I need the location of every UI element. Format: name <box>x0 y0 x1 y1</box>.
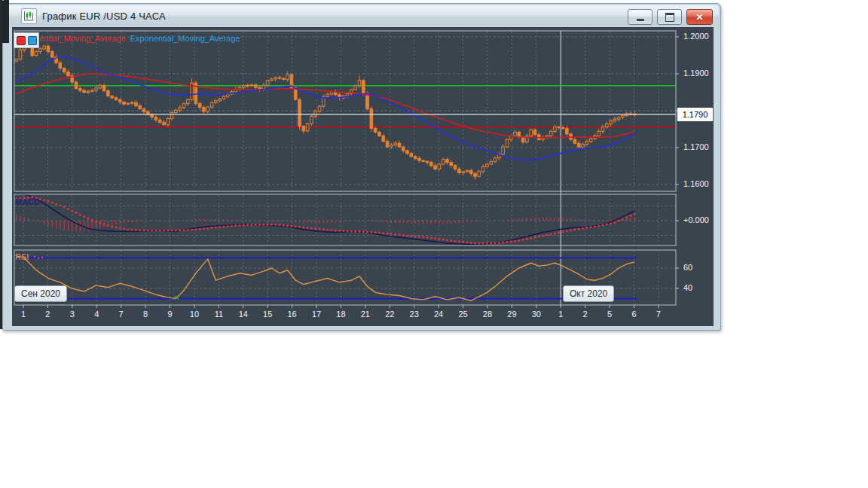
date-axis-label: 2 <box>583 310 588 319</box>
date-axis-label: 3 <box>70 310 75 319</box>
month-label-okt: Окт 2020 <box>563 285 614 302</box>
maximize-icon <box>665 13 674 22</box>
date-axis-label: 9 <box>167 310 172 319</box>
red-indicator-swatch[interactable] <box>17 36 26 45</box>
background-window-edge <box>0 0 2 329</box>
date-axis-label: 17 <box>312 310 321 319</box>
minimize-icon <box>637 19 644 21</box>
price-axis-label: 1.1600 <box>683 179 709 188</box>
date-axis-label: 11 <box>215 310 223 319</box>
close-icon: ✕ <box>695 13 703 22</box>
desktop: График EUR /USD 4 ЧАСА ✕ ential_Moving_A… <box>0 0 868 488</box>
maximize-button[interactable] <box>657 9 682 25</box>
window-controls: ✕ <box>628 9 713 25</box>
close-button[interactable]: ✕ <box>686 9 713 25</box>
indicator-buttons[interactable] <box>14 32 39 48</box>
macd-panel-label: MACD <box>15 197 40 206</box>
date-axis-label: 29 <box>507 310 516 319</box>
price-axis-label: 1.1700 <box>683 142 709 151</box>
window-titlebar[interactable]: График EUR /USD 4 ЧАСА ✕ <box>5 5 719 26</box>
rsi-axis-label: 60 <box>683 263 692 272</box>
date-axis-label: 16 <box>287 310 296 319</box>
date-axis-label: 2 <box>45 310 50 319</box>
date-axis-label: 10 <box>190 310 199 319</box>
date-axis-label: 7 <box>119 310 124 319</box>
macd-axis-label: +0.000 <box>683 215 709 224</box>
window-title: График EUR /USD 4 ЧАСА <box>42 11 166 22</box>
price-axis-label: 1.2000 <box>683 32 709 41</box>
indicator-legend: ential_Moving_Average Exponential_Moving… <box>39 34 240 43</box>
date-axis-label: 7 <box>656 310 661 319</box>
chart-window: График EUR /USD 4 ЧАСА ✕ ential_Moving_A… <box>2 3 721 331</box>
blue-indicator-swatch[interactable] <box>28 36 37 45</box>
minimize-button[interactable] <box>628 9 653 25</box>
date-axis-label: 8 <box>143 310 148 319</box>
date-axis-label: 18 <box>336 310 345 319</box>
date-axis-label: 15 <box>263 310 272 319</box>
date-axis-label: 1 <box>21 310 26 319</box>
chart-client-area[interactable]: ential_Moving_Average Exponential_Moving… <box>12 27 714 326</box>
rsi-panel-label: RSI <box>15 252 29 261</box>
date-axis-label: 25 <box>458 310 467 319</box>
date-axis-label: 22 <box>385 310 394 319</box>
ema-red-label: ential_Moving_Average <box>39 34 126 43</box>
date-axis-label: 4 <box>94 310 99 319</box>
date-axis-label: 23 <box>410 310 419 319</box>
date-axis-label: 28 <box>483 310 492 319</box>
rsi-axis-label: 40 <box>683 283 692 292</box>
date-axis-label: 14 <box>239 310 248 319</box>
chart-canvas[interactable] <box>12 27 714 326</box>
date-axis-label: 5 <box>607 310 612 319</box>
date-axis-label: 24 <box>434 310 443 319</box>
month-label-sep: Сен 2020 <box>14 285 67 302</box>
date-axis-label: 21 <box>361 310 370 319</box>
ema-blue-label: Exponential_Moving_Average <box>130 34 240 43</box>
candlestick-chart-icon <box>21 8 37 24</box>
date-axis-label: 1 <box>558 310 563 319</box>
date-axis-label: 6 <box>631 310 636 319</box>
price-axis-label: 1.1900 <box>683 69 709 78</box>
date-axis-label: 30 <box>532 310 541 319</box>
current-price-badge: 1.1790 <box>677 108 713 121</box>
